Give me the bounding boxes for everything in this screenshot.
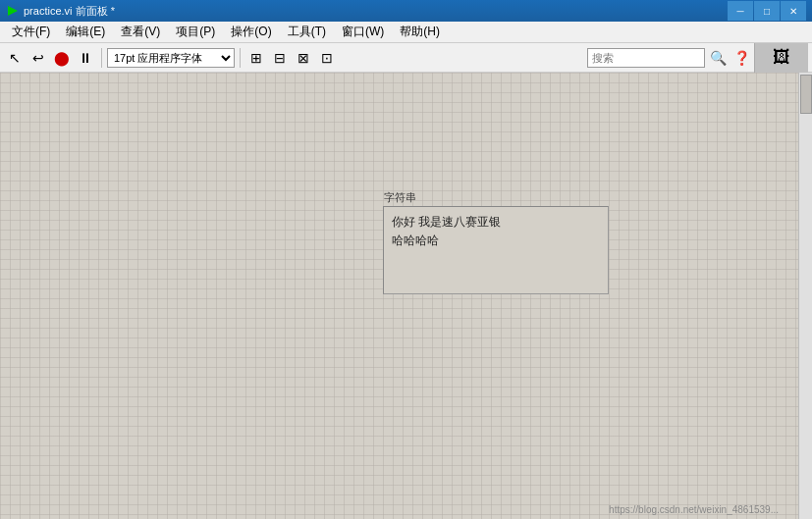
align-button[interactable]: ⊞ [245,47,267,69]
string-line-1: 你好 我是速八赛亚银 [392,213,600,232]
close-button[interactable]: ✕ [781,1,806,21]
reorder-button[interactable]: ⊡ [316,47,338,69]
stop-button[interactable]: ⬤ [51,47,73,69]
menu-bar: 文件(F) 编辑(E) 查看(V) 项目(P) 操作(O) 工具(T) 窗口(W… [0,22,812,43]
pause-button[interactable]: ⏸ [75,47,96,69]
menu-window[interactable]: 窗口(W) [334,22,392,42]
maximize-button[interactable]: □ [754,1,780,21]
main-area: 字符串 你好 我是速八赛亚银 哈哈哈哈 https://blog.csdn.ne… [0,73,812,519]
string-control-label: 字符串 [383,190,609,205]
pointer-tool[interactable]: ↖ [4,47,26,69]
undo-button[interactable]: ↩ [27,47,49,69]
app-icon [6,4,20,18]
window-title: practice.vi 前面板 * [24,4,728,19]
menu-edit[interactable]: 编辑(E) [58,22,113,42]
menu-view[interactable]: 查看(V) [113,22,168,42]
title-bar: practice.vi 前面板 * ─ □ ✕ [0,0,812,22]
help-button[interactable]: ❓ [731,47,752,69]
scrollbar-thumb[interactable] [800,75,812,114]
string-control: 字符串 你好 我是速八赛亚银 哈哈哈哈 [383,190,609,294]
search-input[interactable] [587,48,705,68]
toolbar-separator-1 [101,48,102,68]
menu-file[interactable]: 文件(F) [4,22,58,42]
font-select-group: 17pt 应用程序字体 [107,48,235,68]
minimize-button[interactable]: ─ [728,1,753,21]
scrollbar-vertical[interactable] [798,73,812,519]
svg-marker-0 [8,6,18,16]
canvas-area[interactable]: 字符串 你好 我是速八赛亚银 哈哈哈哈 https://blog.csdn.ne… [0,73,798,519]
panel-switcher[interactable]: 🖼 [754,43,808,73]
distribute-button[interactable]: ⊟ [269,47,291,69]
toolbar-separator-2 [240,48,241,68]
string-line-2: 哈哈哈哈 [392,232,600,250]
toolbar: ↖ ↩ ⬤ ⏸ 17pt 应用程序字体 ⊞ ⊟ ⊠ ⊡ 🔍 ❓ 🖼 [0,43,812,73]
search-button[interactable]: 🔍 [707,47,729,69]
menu-operate[interactable]: 操作(O) [223,22,279,42]
menu-project[interactable]: 项目(P) [168,22,223,42]
menu-tools[interactable]: 工具(T) [280,22,334,42]
watermark: https://blog.csdn.net/weixin_4861539... [609,504,779,515]
resize-button[interactable]: ⊠ [293,47,314,69]
string-control-display[interactable]: 你好 我是速八赛亚银 哈哈哈哈 [383,206,609,294]
menu-help[interactable]: 帮助(H) [392,22,448,42]
window-controls: ─ □ ✕ [728,1,806,21]
font-selector[interactable]: 17pt 应用程序字体 [107,48,235,68]
search-box: 🔍 ❓ [587,47,752,69]
